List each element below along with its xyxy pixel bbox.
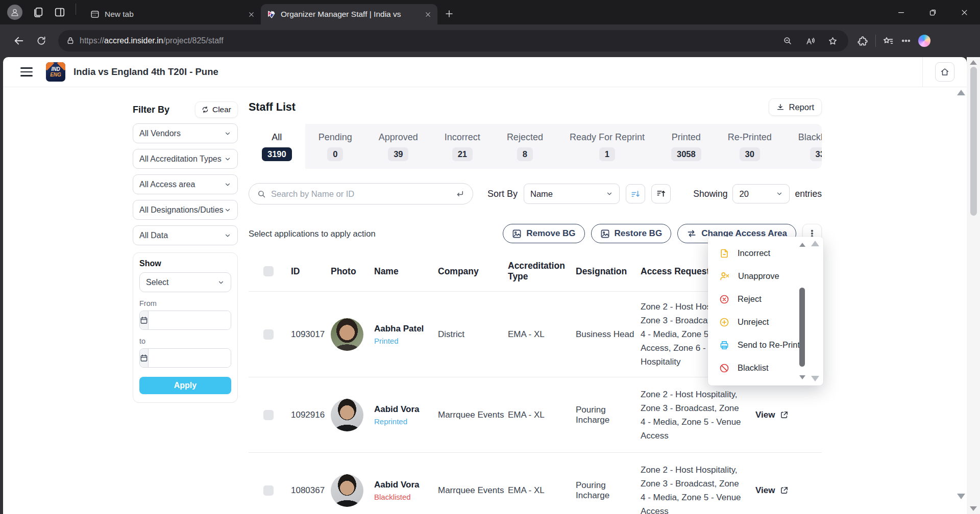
tab-title: Organizer Manager Staff | India vs [281, 10, 420, 19]
scroll-down-icon[interactable] [811, 376, 819, 381]
scrollbar-thumb[interactable] [970, 67, 977, 216]
back-button[interactable] [9, 31, 29, 50]
view-link[interactable]: View [755, 410, 822, 420]
tab-close-icon[interactable] [248, 11, 255, 18]
zoom-out-icon[interactable] [779, 32, 796, 49]
staff-list-main: Staff List Report All3190 Pending0 Appro… [238, 87, 967, 514]
settings-more-icon[interactable] [901, 36, 911, 46]
external-link-icon [780, 486, 789, 495]
tab-approved[interactable]: Approved39 [365, 124, 431, 169]
menu-item-unapprove[interactable]: Unapprove [708, 265, 823, 288]
menu-item-unreject[interactable]: Unreject [708, 311, 823, 333]
clear-filters-button[interactable]: Clear [195, 101, 238, 118]
image-icon [512, 229, 522, 239]
show-select[interactable]: Select [139, 272, 231, 292]
count-badge: 0 [327, 147, 343, 161]
tab-all[interactable]: All3190 [249, 124, 305, 169]
refresh-button[interactable] [32, 31, 51, 50]
from-date-input[interactable] [149, 311, 231, 329]
report-button[interactable]: Report [769, 98, 822, 116]
scrollbar-thumb[interactable] [799, 288, 805, 367]
read-aloud-icon[interactable] [801, 32, 819, 49]
remove-bg-button[interactable]: Remove BG [503, 224, 584, 243]
profile-avatar[interactable] [7, 5, 22, 20]
apply-button[interactable]: Apply [139, 377, 231, 394]
scroll-up-icon[interactable] [811, 241, 819, 246]
access-area-select[interactable]: All Access area [133, 174, 238, 194]
table-row: 1080367 Aabid Vora Blacklisted Marrquee … [249, 452, 822, 514]
minimize-button[interactable] [885, 0, 917, 24]
browser-scrollbar[interactable] [967, 57, 980, 514]
menu-scrollbar[interactable] [799, 243, 806, 379]
scroll-up-icon[interactable] [799, 243, 805, 247]
copilot-icon[interactable] [918, 35, 930, 47]
showing-label: Showing [693, 189, 727, 199]
favorites-bar-icon[interactable] [883, 36, 894, 46]
designations-select[interactable]: All Designations/Duties [133, 200, 238, 220]
menu-item-send-to-reprint[interactable]: Send to Re-Print [708, 333, 823, 356]
staff-id: 1080367 [291, 485, 331, 496]
tab-pending[interactable]: Pending0 [305, 124, 365, 169]
search-input[interactable] [271, 189, 450, 199]
from-date-field[interactable] [139, 311, 231, 330]
row-checkbox[interactable] [263, 485, 274, 496]
tab-rejected[interactable]: Rejected8 [494, 124, 556, 169]
tab-blacklisted[interactable]: Blacklisted33 [785, 124, 822, 169]
vendors-select[interactable]: All Vendors [133, 123, 238, 143]
content-scroll-down-icon[interactable] [957, 494, 965, 499]
logo-text-top: IND [51, 66, 60, 72]
row-checkbox[interactable] [263, 410, 274, 420]
col-accreditation-type: Accreditation Type [508, 261, 576, 282]
menu-item-blacklist[interactable]: Blacklist [708, 356, 823, 379]
count-badge: 3058 [671, 147, 701, 161]
staff-id: 1092916 [291, 410, 331, 420]
restore-bg-button[interactable]: Restore BG [591, 224, 672, 243]
extensions-icon[interactable] [857, 36, 868, 46]
accreditation-type: EMA - XL [508, 410, 576, 420]
lock-icon[interactable] [66, 37, 75, 45]
split-screen-icon[interactable] [54, 7, 65, 18]
sort-descending-button[interactable] [651, 184, 671, 203]
tab-new-tab[interactable]: New tab [84, 4, 261, 24]
tab-organizer-manager[interactable]: Organizer Manager Staff | India vs [261, 4, 437, 24]
image-icon [600, 229, 610, 239]
tab-re-printed[interactable]: Re-Printed30 [715, 124, 785, 169]
search-box[interactable] [249, 183, 473, 204]
event-logo: IND ENG [46, 62, 65, 82]
view-link[interactable]: View [755, 485, 822, 496]
table-row: 1092916 Aabid Vora Reprinted Marrquee Ev… [249, 377, 822, 452]
menu-item-incorrect[interactable]: Incorrect [708, 242, 823, 265]
content-scroll-up-icon[interactable] [957, 90, 965, 95]
sort-ascending-button[interactable] [626, 184, 645, 203]
scroll-up-icon[interactable] [970, 60, 977, 65]
close-window-button[interactable] [948, 0, 980, 24]
accreditation-types-select[interactable]: All Accreditation Types [133, 149, 238, 169]
tab-incorrect[interactable]: Incorrect21 [431, 124, 494, 169]
favorite-star-icon[interactable] [824, 32, 841, 49]
tab-printed[interactable]: Printed3058 [658, 124, 715, 169]
access-requested: Zone 2 - Host Hospitality, Zone 3 - Broa… [641, 388, 755, 443]
all-data-select[interactable]: All Data [133, 225, 238, 245]
workspaces-icon[interactable] [33, 7, 44, 18]
scroll-down-icon[interactable] [799, 375, 805, 379]
row-checkbox[interactable] [263, 329, 274, 340]
home-button[interactable] [935, 62, 954, 82]
to-date-field[interactable] [139, 348, 231, 368]
to-date-input[interactable] [149, 349, 231, 367]
chevron-down-icon [606, 190, 613, 197]
tab-close-icon[interactable] [425, 11, 431, 18]
calendar-icon [140, 311, 149, 329]
page-title: Staff List [249, 101, 296, 114]
search-icon [257, 190, 266, 198]
sort-select[interactable]: Name [524, 184, 620, 204]
restore-button[interactable] [917, 0, 948, 24]
select-all-checkbox[interactable] [263, 266, 274, 276]
event-title: India vs England 4th T20I - Pune [74, 66, 218, 78]
tab-ready-for-reprint[interactable]: Ready For Reprint1 [556, 124, 658, 169]
scroll-down-icon[interactable] [970, 506, 977, 511]
entries-select[interactable]: 20 [732, 184, 790, 203]
hamburger-menu-icon[interactable] [20, 67, 33, 76]
new-tab-button[interactable] [440, 5, 458, 22]
menu-item-reject[interactable]: Reject [708, 288, 823, 311]
address-bar[interactable]: https://accred.insider.in/project/825/st… [58, 30, 848, 52]
